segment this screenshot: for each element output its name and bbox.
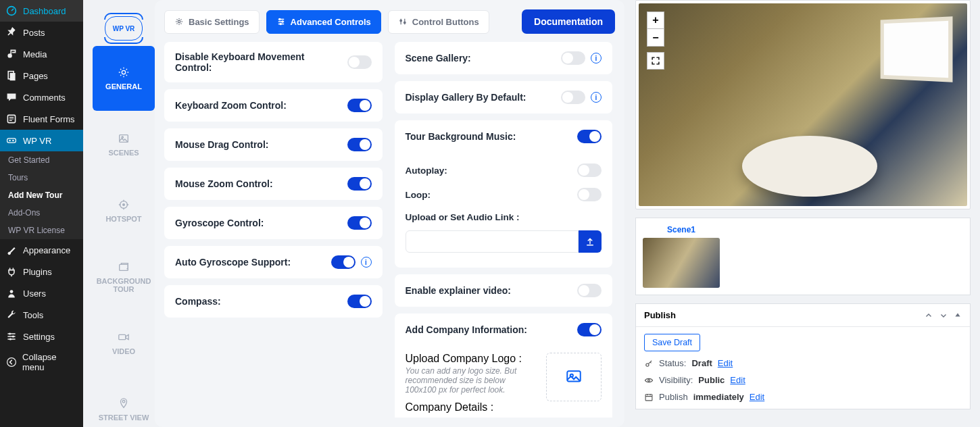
toggle-explainer[interactable]: [577, 284, 602, 297]
menu-plugins[interactable]: Plugins: [0, 261, 83, 282]
submenu-tours[interactable]: Tours: [0, 169, 83, 186]
menu-dashboard[interactable]: Dashboard: [0, 0, 83, 22]
vtab-label: SCENES: [108, 149, 139, 157]
vtab-label: VIDEO: [112, 347, 135, 355]
info-icon[interactable]: i: [361, 257, 372, 268]
toggle-gallery-default[interactable]: [561, 91, 585, 104]
logo-upload-box[interactable]: [546, 353, 602, 401]
menu-media[interactable]: Media: [0, 43, 83, 65]
tab-control-buttons[interactable]: Control Buttons: [388, 10, 489, 34]
vtab-hotspot[interactable]: HOTSPOT: [93, 178, 155, 243]
menu-fluent-forms[interactable]: Fluent Forms: [0, 108, 83, 130]
row-explainer: Enable explainer video:: [395, 274, 613, 307]
upload-audio-button[interactable]: [579, 230, 602, 253]
logo-column: WP VR: [93, 0, 155, 46]
submenu-license[interactable]: WP VR License: [0, 222, 83, 239]
setting-label: Upload or Set Audio Link :: [406, 212, 602, 222]
zoom-in-button[interactable]: +: [647, 11, 664, 29]
toggle-auto-gyroscope[interactable]: [331, 255, 356, 269]
toggle-disable-keyboard[interactable]: [347, 55, 372, 69]
row-mouse-drag: Mouse Drag Control:: [164, 128, 383, 161]
svg-point-11: [9, 338, 11, 340]
toggle-gyroscope[interactable]: [347, 216, 372, 230]
toggle-loop[interactable]: [577, 188, 602, 201]
audio-link-input[interactable]: [406, 230, 579, 253]
setting-label: Auto Gyroscope Support:: [175, 257, 291, 268]
submenu-get-started[interactable]: Get Started: [0, 151, 83, 169]
vtab-label: BACKGROUND TOUR: [95, 277, 152, 293]
editor-panel: WP VR GENERAL SCENES HOTSPOT BACKGROUND …: [93, 0, 624, 427]
row-company-info: Add Company Information: Upload Company …: [395, 313, 613, 418]
vtab-street[interactable]: STREET VIEW: [93, 377, 155, 427]
toggle-bg-music[interactable]: [577, 130, 602, 143]
panel-toggle-icon[interactable]: [954, 311, 962, 320]
setting-label: Gyroscope Control:: [175, 218, 264, 228]
edit-publish-link[interactable]: Edit: [750, 392, 764, 402]
vtab-label: GENERAL: [105, 82, 142, 91]
documentation-button[interactable]: Documentation: [522, 9, 615, 34]
menu-appearance[interactable]: Appearance: [0, 239, 83, 261]
fullscreen-button[interactable]: [647, 52, 664, 70]
panel-up-icon[interactable]: [924, 311, 933, 320]
toggle-compass[interactable]: [347, 295, 372, 308]
menu-label: Media: [23, 49, 47, 59]
tab-advanced-controls[interactable]: Advanced Controls: [266, 10, 381, 34]
setting-label: Scene Gallery:: [406, 53, 471, 64]
menu-label: Appearance: [23, 245, 70, 255]
menu-label: Dashboard: [23, 6, 66, 16]
vtab-video[interactable]: VIDEO: [93, 311, 155, 376]
settings-right-col: Scene Gallery:i Display Gallery By Defau…: [395, 42, 616, 418]
panel-down-icon[interactable]: [939, 311, 948, 320]
preview-box: + −: [635, 0, 971, 209]
panorama-preview[interactable]: + −: [639, 3, 967, 206]
toggle-keyboard-zoom[interactable]: [347, 99, 372, 112]
right-rail: + − Scene1 Publish Save Dr: [635, 0, 971, 427]
menu-label: Collapse menu: [22, 352, 78, 372]
tab-label: Control Buttons: [412, 17, 479, 27]
svg-point-9: [9, 332, 11, 334]
menu-label: Tools: [23, 310, 43, 320]
menu-settings[interactable]: Settings: [0, 326, 83, 347]
toggle-mouse-zoom[interactable]: [347, 177, 372, 191]
edit-visibility-link[interactable]: Edit: [730, 375, 745, 385]
submenu-addons[interactable]: Add-Ons: [0, 204, 83, 222]
svg-point-12: [7, 358, 16, 367]
gear-icon: [174, 17, 184, 26]
wrench-icon: [5, 309, 18, 321]
toggle-company-info[interactable]: [577, 323, 602, 336]
tab-label: Basic Settings: [189, 17, 249, 27]
toggle-autoplay[interactable]: [577, 164, 602, 177]
info-icon[interactable]: i: [591, 92, 602, 103]
edit-status-link[interactable]: Edit: [718, 358, 733, 368]
vtab-label: STREET VIEW: [99, 413, 149, 422]
toggle-scene-gallery[interactable]: [561, 51, 585, 65]
vtab-scenes[interactable]: SCENES: [93, 112, 155, 177]
menu-wp-vr[interactable]: WP VR: [0, 130, 83, 151]
scene-label: Scene1: [667, 225, 695, 234]
row-auto-gyroscope: Auto Gyroscope Support:i: [164, 246, 383, 278]
menu-tools[interactable]: Tools: [0, 304, 83, 326]
menu-posts[interactable]: Posts: [0, 22, 83, 43]
svg-point-23: [282, 21, 283, 22]
scene-strip: Scene1: [635, 218, 971, 295]
toggle-mouse-drag[interactable]: [347, 138, 372, 151]
submenu-add-new-tour[interactable]: Add New Tour: [0, 186, 83, 204]
menu-comments[interactable]: Comments: [0, 86, 83, 108]
row-disable-keyboard: Disable Keyboard Movement Control:: [164, 42, 383, 82]
zoom-out-button[interactable]: −: [647, 29, 664, 47]
pin-icon: [118, 397, 130, 409]
info-icon[interactable]: i: [591, 53, 602, 64]
menu-collapse[interactable]: Collapse menu: [0, 347, 83, 377]
menu-label: Plugins: [23, 267, 52, 277]
vr-icon: [5, 134, 18, 147]
visibility-label: Visibility:: [659, 375, 693, 385]
menu-users[interactable]: Users: [0, 282, 83, 304]
scene-item[interactable]: Scene1: [643, 225, 720, 288]
vtab-general[interactable]: GENERAL: [93, 46, 155, 111]
save-draft-button[interactable]: Save Draft: [644, 334, 700, 351]
tab-basic-settings[interactable]: Basic Settings: [164, 10, 260, 34]
wp-admin-sidebar: Dashboard Posts Media Pages Comments Flu…: [0, 0, 83, 427]
menu-pages[interactable]: Pages: [0, 65, 83, 86]
vtab-bgtour[interactable]: BACKGROUND TOUR: [93, 245, 155, 309]
sliders-icon: [276, 17, 286, 26]
